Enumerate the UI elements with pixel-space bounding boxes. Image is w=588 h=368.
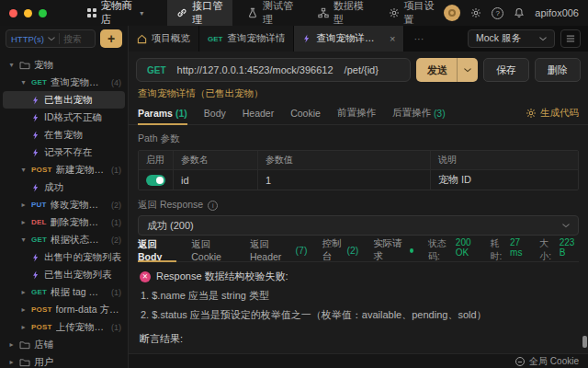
send-button[interactable]: 发送 [416, 58, 478, 82]
tree-endpoint[interactable]: ▸PUT修改宠物信息(2) [3, 196, 125, 213]
param-value-cell[interactable]: 1 [258, 169, 431, 190]
request-tab[interactable]: Body [204, 102, 226, 124]
global-cookie-label[interactable]: 全局 Cookie [529, 355, 579, 368]
project-switcher[interactable]: 宠物商店 ▾ [87, 0, 143, 27]
tree-folder[interactable]: ▸用户 [3, 353, 125, 368]
tree-endpoint[interactable]: ▸POSTform-data 方式更新宠物信... [3, 301, 125, 318]
avatar[interactable] [444, 5, 460, 21]
caret-right-icon[interactable]: ▸ [7, 358, 16, 366]
notifications-bell-icon[interactable] [514, 7, 525, 18]
maximize-window-button[interactable] [39, 9, 47, 17]
tree-case[interactable]: 成功 [3, 178, 125, 196]
request-tabs: Params(1)BodyHeaderCookie前置操作后置操作(3) 生成代… [129, 102, 588, 125]
enabled-toggle[interactable] [146, 175, 165, 186]
scrollbar-thumb[interactable] [582, 336, 587, 348]
response-case-select[interactable]: 成功 (200) [138, 215, 579, 236]
response-tab[interactable]: 返回 Cookie [191, 239, 235, 261]
caret-right-icon[interactable]: ▸ [19, 201, 28, 209]
tab-list-button[interactable] [560, 29, 581, 48]
close-icon[interactable]: × [390, 33, 395, 44]
generate-code-button[interactable]: 生成代码 [526, 107, 579, 120]
document-tab[interactable]: 项目概览 [129, 26, 199, 52]
caret-down-icon[interactable]: ▾ [19, 166, 28, 174]
request-tab-label: Body [204, 108, 226, 119]
response-section-label: 返回 Response i [138, 199, 579, 212]
folder-icon [19, 340, 30, 350]
tree-item-label: 店铺 [34, 339, 53, 351]
caret-down-icon[interactable]: ▾ [19, 78, 28, 86]
add-api-button[interactable]: + [100, 29, 122, 48]
method-badge: GET [208, 35, 222, 43]
tree-item-count: (1) [111, 323, 121, 332]
tree-item-label: 成功 [44, 181, 63, 194]
caret-right-icon[interactable]: ▸ [19, 305, 28, 314]
request-tab[interactable]: Header [243, 102, 274, 124]
tree-endpoint[interactable]: ▾GET根据状态查找宠物列表(2) [3, 231, 125, 248]
response-tab[interactable]: 返回 Header(7) [250, 239, 307, 261]
caret-right-icon[interactable]: ▸ [7, 340, 16, 349]
tree-endpoint[interactable]: ▸POST上传宠物图片(1) [3, 318, 125, 336]
close-window-button[interactable] [9, 9, 17, 17]
response-tab[interactable]: 实际请求 [373, 239, 413, 261]
tree-case[interactable]: 已售出宠物 [3, 91, 125, 109]
tree-item-count: (1) [111, 218, 121, 227]
tree-item-label: 上传宠物图片 [56, 321, 107, 334]
request-tab[interactable]: 前置操作 [337, 102, 376, 124]
delete-button[interactable]: 删除 [535, 58, 581, 82]
tree-endpoint[interactable]: ▸DEL删除宠物信息(1) [3, 213, 125, 231]
caret-right-icon[interactable]: ▸ [19, 323, 28, 331]
column-header: 参数值 [258, 151, 431, 169]
generate-code-gear-icon [526, 108, 537, 119]
tree-case[interactable]: 已售出宠物列表 [3, 266, 125, 283]
schema-validation-title: ✕ Response 数据结构校验失败: [140, 270, 577, 283]
request-url-box[interactable]: GET http://127.0.0.1:4523/mock/396612 /p… [136, 58, 411, 82]
document-tab[interactable]: GET查询宠物详情 [199, 26, 294, 52]
send-options-chevron-icon[interactable] [457, 58, 478, 82]
method-badge: GET [31, 236, 47, 244]
document-tab[interactable]: 查询宠物详情 (已...× [294, 26, 404, 52]
mock-service-select[interactable]: Mock 服务 [468, 29, 555, 48]
search-input[interactable] [63, 34, 90, 44]
protocol-select[interactable]: HTTP(s) [11, 34, 44, 44]
settings-gear-icon[interactable] [470, 7, 481, 18]
tree-item-label: 根据 tag 查找宠物列表 [51, 286, 107, 299]
param-description-cell[interactable]: 宠物 ID [431, 169, 578, 190]
path-params-section-title: Path 参数 [138, 132, 579, 145]
response-tab[interactable]: 控制台(2) [322, 239, 358, 261]
bolt-icon [302, 34, 311, 43]
status-code: 状态码:200 OK [428, 237, 481, 263]
minimize-window-button[interactable] [24, 9, 32, 17]
tree-endpoint[interactable]: ▸GET根据 tag 查找宠物列表(1) [3, 283, 125, 301]
tree-case[interactable]: 在售宠物 [3, 126, 125, 144]
unread-dot [410, 248, 413, 253]
tree-folder[interactable]: ▾宠物 [3, 56, 125, 74]
assertion-error: ✕ 状态为available | AssertionError: expecte… [140, 352, 577, 353]
param-name-cell[interactable]: id [174, 169, 258, 190]
column-header-label: 参数名 [181, 154, 209, 167]
tree-endpoint[interactable]: ▾POST新建宠物信息(1) [3, 161, 125, 178]
cookie-icon [515, 357, 525, 366]
caret-right-icon[interactable]: ▸ [19, 288, 28, 296]
folder-icon [19, 358, 30, 367]
tab-more-button[interactable]: ··· [404, 26, 433, 52]
request-tab-count: (1) [175, 108, 187, 119]
save-button[interactable]: 保存 [483, 58, 529, 82]
tree-case[interactable]: ID格式不正确 [3, 109, 125, 126]
request-tab[interactable]: Params(1) [138, 102, 187, 124]
tree-item-label: form-data 方式更新宠物信... [56, 304, 121, 316]
tree-folder[interactable]: ▸店铺 [3, 336, 125, 353]
response-tab[interactable]: 返回 Body [138, 239, 176, 261]
project-title: 宠物商店 [101, 0, 136, 27]
caret-down-icon[interactable]: ▾ [7, 61, 16, 69]
caret-right-icon[interactable]: ▸ [19, 218, 28, 226]
tree-case[interactable]: 记录不存在 [3, 144, 125, 161]
tree-case[interactable]: 出售中的宠物列表 [3, 248, 125, 266]
response-tab-count: (7) [296, 245, 308, 256]
folder-icon [19, 61, 30, 70]
help-icon[interactable]: ? [492, 7, 503, 19]
request-tab[interactable]: Cookie [290, 102, 321, 124]
caret-down-icon[interactable]: ▾ [19, 236, 28, 244]
request-tab[interactable]: 后置操作(3) [392, 102, 446, 124]
tree-endpoint[interactable]: ▾GET查询宠物详情(4) [3, 74, 125, 91]
response-tab-count: (2) [346, 245, 358, 256]
